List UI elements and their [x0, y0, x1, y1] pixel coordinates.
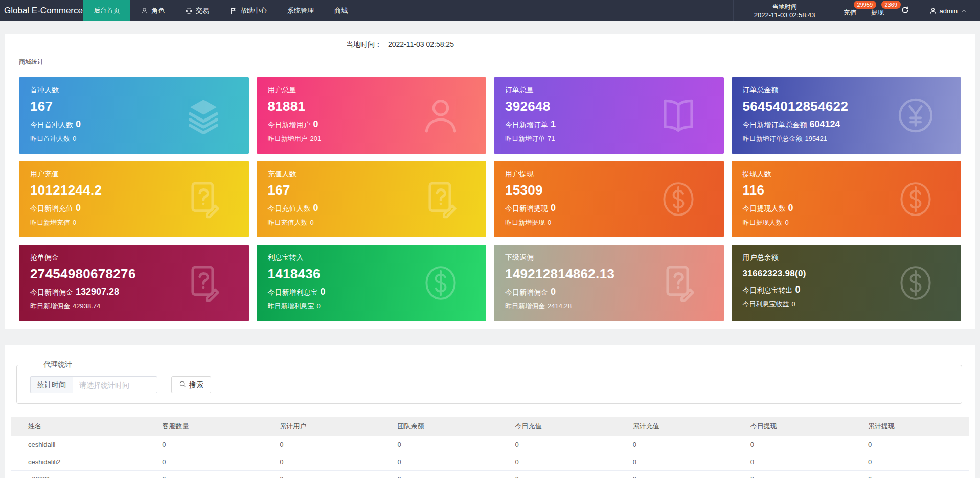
stat-card-title: 提现人数: [743, 169, 962, 178]
doc-edit-icon: [421, 179, 461, 219]
topbar: Global E-Commerce... 后台首页角色交易帮助中心系统管理商城 …: [0, 0, 980, 21]
today-label: 今日新增利息宝: [268, 288, 318, 296]
table-cell: 0: [145, 471, 263, 478]
table-cell: 0: [851, 453, 969, 471]
nav-item-label: 系统管理: [287, 6, 314, 15]
table-header-row: 姓名客服数量累计用户团队余额今日充值累计充值今日提现累计提现: [11, 417, 969, 436]
page-time-label: 当地时间：: [346, 40, 382, 49]
agent-stats-legend: 代理统计: [38, 360, 77, 369]
stat-card: 首冲人数167今日首冲人数0昨日首冲人数0: [19, 77, 249, 154]
stat-card-title: 订单总金额: [743, 85, 962, 94]
nav-item-label: 角色: [151, 6, 165, 15]
recharge-menu[interactable]: 充值 29959: [836, 0, 864, 21]
today-label: 今日新增充值: [30, 204, 73, 212]
nav-item-5[interactable]: 商城: [324, 0, 358, 21]
yesterday-label: 昨日首冲人数: [30, 135, 70, 142]
stat-card-title: 首冲人数: [30, 85, 249, 94]
yesterday-value: 0: [548, 219, 551, 226]
user-menu[interactable]: admin: [919, 0, 980, 21]
withdraw-label: 提现: [871, 8, 884, 17]
stat-card-title: 用户充值: [30, 169, 249, 178]
main-nav: 后台首页角色交易帮助中心系统管理商城: [83, 0, 358, 21]
table-cell: 0: [498, 471, 616, 478]
dollar-circle-icon: [658, 179, 698, 219]
stat-card: 提现人数116今日提现人数0昨日提现人数0: [732, 161, 962, 237]
user-icon: [929, 7, 937, 14]
yesterday-label: 昨日新增佣金: [505, 302, 545, 310]
refresh-icon: [901, 6, 909, 16]
dollar-circle-icon: [896, 179, 936, 219]
today-value: 1: [551, 119, 556, 129]
withdraw-menu[interactable]: 提现 2369: [864, 0, 892, 21]
topbar-right: 当地时间 2022-11-03 02:58:43 充值 29959 提现 236…: [733, 0, 980, 21]
yesterday-label: 昨日新增用户: [268, 135, 308, 142]
table-column-header: 累计提现: [851, 417, 969, 436]
today-label: 今日首冲人数: [30, 121, 73, 129]
table-cell: 0: [380, 471, 498, 478]
stat-card: 下级返佣149212814862.13今日新增佣金0昨日新增佣金2414.28: [494, 245, 724, 321]
nav-item-1[interactable]: 角色: [130, 0, 175, 21]
agent-stats-fieldset: 代理统计 统计时间 搜索: [16, 360, 962, 404]
layers-icon: [184, 95, 223, 135]
today-value: 0: [788, 203, 793, 213]
today-value: 0: [76, 203, 81, 213]
table-cell: 0: [263, 471, 380, 478]
table-cell: 0: [498, 453, 616, 471]
username: admin: [940, 7, 958, 15]
table-cell: 0: [734, 453, 851, 471]
table-cell: 0: [145, 453, 263, 471]
nav-item-4[interactable]: 系统管理: [277, 0, 324, 21]
table-cell: 0: [616, 453, 734, 471]
table-cell: 0: [734, 436, 851, 453]
today-label: 今日利息宝转出: [743, 286, 793, 294]
stat-time-input[interactable]: [73, 376, 157, 393]
brand-logo[interactable]: Global E-Commerce...: [0, 0, 83, 21]
table-cell: 0: [734, 471, 851, 478]
today-value: 0: [76, 119, 81, 129]
table-column-header: 累计用户: [263, 417, 380, 436]
nav-item-label: 交易: [196, 6, 209, 15]
nav-item-2[interactable]: 交易: [175, 0, 219, 21]
stat-card: 用户总余额31662323.98(0)今日利息宝转出0今日利息宝收益0: [732, 245, 962, 321]
local-time-value: 2022-11-03 02:58:43: [754, 11, 815, 19]
stat-card: 抢单佣金27454980678276今日新增佣金132907.28昨日新增佣金4…: [19, 245, 249, 321]
stat-card-title: 用户提现: [505, 169, 724, 178]
today-value: 604124: [810, 119, 840, 129]
search-button[interactable]: 搜索: [171, 376, 211, 393]
user-icon: [141, 7, 148, 15]
doc-edit-icon: [184, 263, 223, 303]
yesterday-value: 0: [73, 219, 76, 226]
yesterday-value: 0: [310, 219, 314, 226]
user-icon: [421, 95, 461, 135]
table-cell: 0: [380, 436, 498, 453]
table-row: ceshidaili0000000: [11, 436, 969, 453]
today-value: 0: [313, 119, 318, 129]
yesterday-label: 昨日新增提现: [505, 219, 545, 226]
yesterday-value: 0: [792, 300, 795, 308]
local-time-label: 当地时间: [772, 3, 797, 11]
yesterday-value: 42938.74: [73, 302, 100, 310]
scales-icon: [185, 7, 193, 15]
yesterday-label: 昨日新增订单: [505, 135, 545, 142]
agent-name-cell: ceshidalili2: [11, 453, 145, 471]
table-row: ceshidalili20000000: [11, 453, 969, 471]
stat-card: 用户充值10121244.2今日新增充值0昨日新增充值0: [19, 161, 249, 237]
nav-item-label: 帮助中心: [240, 6, 267, 15]
table-column-header: 客服数量: [145, 417, 263, 436]
stat-card: 订单总金额56454012854622今日新增订单总金额604124昨日新增订单…: [732, 77, 962, 154]
stat-card-title: 订单总量: [505, 85, 724, 94]
nav-item-3[interactable]: 帮助中心: [219, 0, 277, 21]
stat-card-title: 充值人数: [268, 169, 487, 178]
nav-item-0[interactable]: 后台首页: [83, 0, 130, 21]
topbar-local-time: 当地时间 2022-11-03 02:58:43: [733, 0, 836, 21]
table-body: ceshidaili0000000ceshidalili20000000a000…: [11, 436, 969, 478]
yesterday-label: 昨日新增利息宝: [268, 302, 314, 310]
yesterday-label: 昨日新增佣金: [30, 302, 70, 310]
stat-card: 充值人数167今日充值人数0昨日充值人数0: [257, 161, 487, 237]
page-time-value: 2022-11-03 02:58:25: [388, 40, 454, 49]
stats-panel: 当地时间： 2022-11-03 02:58:25 商城统计 首冲人数167今日…: [5, 34, 975, 329]
agent-name-cell: a00001: [11, 471, 145, 478]
filter-row: 统计时间 搜索: [30, 376, 951, 393]
today-label: 今日新增用户: [268, 121, 311, 129]
yesterday-label: 昨日充值人数: [268, 219, 308, 226]
